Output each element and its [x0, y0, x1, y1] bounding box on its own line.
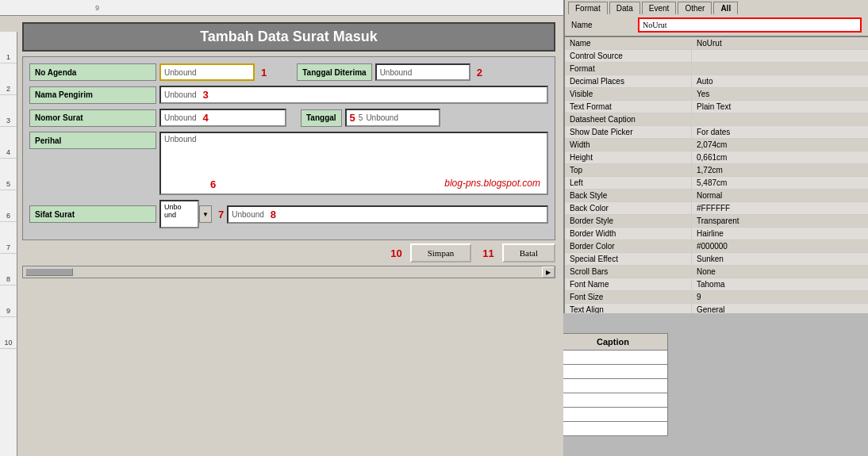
tab-data[interactable]: Data [609, 2, 640, 14]
props-key: Special Effect [565, 253, 692, 265]
ruler-num-10: 10 [0, 317, 17, 349]
table-cell-caption [559, 422, 668, 436]
form-title: Tambah Data Surat Masuk [22, 22, 555, 52]
form-row-1: No Agenda Unbound 1 Tanggal Diterima Unb… [29, 63, 548, 81]
num-11: 11 [482, 247, 494, 259]
scrollbar-h[interactable]: ▶ [22, 266, 555, 278]
form-row-2: Nama Pengirim Unbound 3 [29, 86, 548, 104]
tab-other[interactable]: Other [678, 2, 712, 14]
ruler-num-9: 9 [0, 285, 17, 317]
input-sifat2[interactable]: Unbound 8 [227, 205, 548, 224]
ruler-num-7: 7 [0, 222, 17, 254]
table-cell-caption [559, 393, 668, 408]
input-nama-pengirim[interactable]: Unbound 3 [159, 86, 548, 104]
button-row: 10 Simpan 11 Batal [22, 243, 555, 262]
simpan-button[interactable]: Simpan [410, 243, 472, 262]
props-key: Back Color [565, 202, 692, 214]
num-7: 7 [218, 209, 224, 220]
props-key: Border Style [565, 215, 692, 227]
form-body: No Agenda Unbound 1 Tanggal Diterima Unb… [22, 56, 555, 240]
props-val [692, 50, 868, 62]
form-area: 9 1 2 3 4 5 6 7 8 9 10 [0, 0, 563, 456]
num-2: 2 [477, 67, 482, 79]
input-nomor-surat[interactable]: Unbound 4 [159, 109, 286, 127]
props-key: Border Width [565, 228, 692, 239]
props-val: Normal [692, 190, 868, 201]
props-row: Format [565, 63, 868, 75]
label-nama-pengirim: Nama Pengirim [29, 86, 156, 104]
props-val: 9 [692, 291, 868, 303]
num-10: 10 [390, 247, 401, 259]
props-key: Left [565, 177, 692, 189]
props-row: Datasheet Caption [565, 113, 868, 126]
props-val: #000000 [692, 240, 868, 252]
ruler-num-8: 8 [0, 254, 17, 285]
props-row: Left5,487cm [565, 177, 868, 190]
props-row: Top1,72cm [565, 164, 868, 177]
combo-dropdown-btn[interactable]: ▼ [199, 205, 212, 223]
props-val: None [692, 266, 868, 278]
tab-format[interactable]: Format [568, 2, 608, 14]
props-row: Back Color#FFFFFF [565, 202, 868, 215]
props-key: Height [565, 151, 692, 163]
num-3: 3 [203, 89, 209, 101]
props-key: Scroll Bars [565, 266, 692, 278]
form-content: Tambah Data Surat Masuk No Agenda Unboun… [17, 16, 563, 456]
input-tanggal[interactable]: 5 5 Unbound [345, 109, 440, 127]
num-6: 6 [210, 178, 216, 190]
props-key: Font Size [565, 291, 692, 303]
props-val: Sunken [692, 253, 868, 265]
form-row-3: Nomor Surat Unbound 4 Tanggal 5 5 Unboun… [29, 109, 548, 127]
props-val: 0,661cm [692, 151, 868, 163]
props-key: Width [565, 139, 692, 151]
props-row: Special EffectSunken [565, 253, 868, 266]
tab-all[interactable]: All [713, 2, 738, 14]
props-row: Scroll BarsNone [565, 266, 868, 278]
input-tanggal-diterima[interactable]: Unbound [375, 63, 470, 81]
props-row: Border WidthHairline [565, 228, 868, 240]
table-cell-caption [559, 365, 668, 379]
label-tanggal: Tanggal [301, 109, 342, 127]
props-val: For dates [692, 126, 868, 138]
props-row: Width2,074cm [565, 139, 868, 151]
batal-button[interactable]: Batal [502, 243, 555, 262]
props-key: Decimal Places [565, 75, 692, 87]
ruler-top: 9 [0, 0, 563, 16]
props-row: Font Size9 [565, 291, 868, 304]
table-cell-caption [559, 351, 668, 365]
props-val: 1,72cm [692, 164, 868, 176]
form-row-sifat: Sifat Surat Unbo und ▼ 7 Unbound [29, 200, 548, 228]
props-key: Name [565, 37, 692, 49]
table-cell-caption [559, 408, 668, 422]
num-1: 1 [261, 67, 267, 79]
ruler-num-5: 5 [0, 159, 17, 190]
props-key: Font Name [565, 278, 692, 290]
blog-watermark: blog-pns.blogspot.com [444, 178, 540, 189]
props-key: Control Source [565, 50, 692, 62]
label-nomor-surat: Nomor Surat [29, 109, 156, 127]
props-name-row: Name [565, 14, 868, 36]
props-key: Border Color [565, 240, 692, 252]
table-header: Caption [559, 334, 668, 351]
props-key: Back Style [565, 190, 692, 201]
props-key: Visible [565, 88, 692, 100]
scroll-right-btn[interactable]: ▶ [542, 266, 555, 278]
label-perihal: Perihal [29, 132, 156, 149]
combo-input-sifat[interactable]: Unbo und [159, 200, 199, 228]
props-val: Plain Text [692, 101, 868, 113]
props-key: Show Date Picker [565, 126, 692, 138]
ruler-num-3: 3 [0, 95, 17, 127]
tab-event[interactable]: Event [642, 2, 677, 14]
props-row: Font NameTahoma [565, 278, 868, 291]
props-name-label: Name [571, 21, 635, 29]
props-val: Transparent [692, 215, 868, 227]
top-section: 9 1 2 3 4 5 6 7 8 9 10 [0, 0, 868, 313]
num-4: 4 [203, 112, 209, 124]
combo-sifat[interactable]: Unbo und ▼ [159, 200, 212, 228]
form-row-perihal: Perihal Unbound 6 blog-pns.blogspot.com [29, 132, 548, 195]
ruler-num-4: 4 [0, 127, 17, 159]
props-val: NoUrut [692, 37, 868, 49]
input-no-agenda[interactable]: Unbound [159, 63, 255, 81]
props-row: Height0,661cm [565, 151, 868, 164]
props-name-input[interactable] [638, 17, 862, 33]
